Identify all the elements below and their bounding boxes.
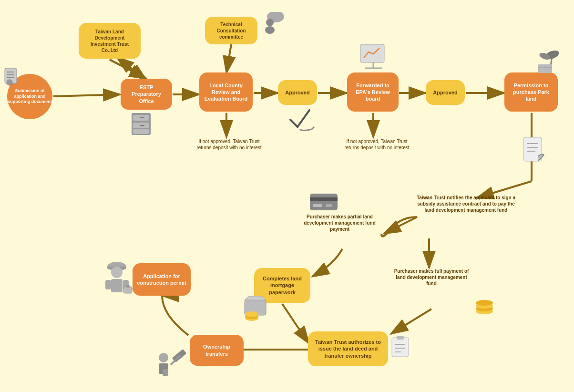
taiwan-trust-company-node: Taiwan Land Development Investment Trust… — [79, 23, 141, 59]
svg-line-11 — [110, 60, 146, 79]
technical-committee-node: Technical Consultation committee — [205, 17, 257, 44]
svg-rect-79 — [111, 279, 123, 292]
local-county-node: Local County Review and Evaluation Board — [199, 72, 253, 112]
svg-line-10 — [110, 60, 146, 79]
forwarded-epa-node: Forwarded to EPA's Review board — [347, 72, 399, 112]
filing-cabinet-icon — [128, 111, 156, 137]
payment-icon — [308, 191, 341, 212]
svg-rect-54 — [313, 204, 322, 207]
svg-point-25 — [266, 19, 274, 26]
svg-rect-37 — [140, 125, 144, 126]
taiwan-trust-notify-label: Taiwan Trust notifies the applicant to s… — [415, 195, 517, 213]
svg-rect-80 — [105, 280, 111, 289]
svg-line-13 — [117, 57, 146, 80]
svg-line-21 — [391, 309, 431, 334]
svg-line-12 — [117, 57, 146, 80]
svg-rect-55 — [326, 204, 332, 207]
svg-line-14 — [226, 44, 231, 73]
svg-point-71 — [159, 353, 168, 362]
approved1-node: Approved — [278, 80, 317, 105]
svg-marker-57 — [245, 296, 266, 300]
approved2-node: Approved — [426, 80, 465, 105]
money-stack-icon — [241, 295, 274, 323]
clipboard-icon — [388, 333, 412, 359]
taiwan-trust-deed-node: Taiwan Trust authorizes to issue the lan… — [308, 331, 388, 366]
svg-rect-83 — [126, 285, 130, 288]
svg-line-39 — [297, 110, 309, 127]
purchaser-partial-label: Purchaser makes partial land development… — [300, 214, 379, 232]
svg-line-4 — [53, 94, 120, 96]
not-approved2-label: If not approved, Taiwan Trust returns de… — [342, 138, 411, 151]
contract-icon — [520, 134, 548, 167]
gavel-icon — [153, 347, 191, 378]
flowchart-diagram: Taiwan Land Development Investment Trust… — [0, 0, 574, 392]
svg-point-31 — [7, 80, 12, 85]
svg-rect-67 — [397, 336, 404, 340]
svg-line-19 — [384, 217, 417, 234]
permission-node: Permission to purchase Park land — [504, 72, 558, 112]
island-icon — [534, 48, 567, 74]
svg-rect-73 — [163, 369, 168, 376]
svg-rect-66 — [392, 338, 409, 357]
svg-point-65 — [476, 300, 493, 306]
ownership-transfers-node: Ownership transfers — [190, 335, 244, 366]
svg-point-78 — [111, 267, 123, 278]
svg-line-38 — [290, 120, 297, 127]
svg-point-26 — [265, 26, 275, 34]
worker-icon — [100, 258, 133, 300]
svg-rect-36 — [140, 117, 144, 118]
checkmark-hand-icon — [284, 104, 318, 133]
estp-node: ESTP Preparatory Office — [121, 79, 172, 110]
svg-rect-46 — [538, 64, 552, 73]
svg-rect-53 — [310, 197, 338, 201]
svg-rect-82 — [123, 287, 132, 293]
document-icon — [2, 66, 21, 87]
application-construction-node: Application for construction permit — [133, 263, 191, 296]
not-approved1-label: If not approved, Taiwan Trust returns de… — [195, 138, 264, 151]
person-icon — [260, 10, 286, 37]
svg-point-61 — [245, 311, 258, 317]
chart-icon — [357, 43, 390, 72]
coins-icon — [471, 291, 497, 315]
purchaser-full-label: Purchaser makes full payment of land dev… — [391, 268, 472, 287]
svg-rect-52 — [310, 194, 338, 210]
svg-rect-35 — [133, 129, 149, 134]
